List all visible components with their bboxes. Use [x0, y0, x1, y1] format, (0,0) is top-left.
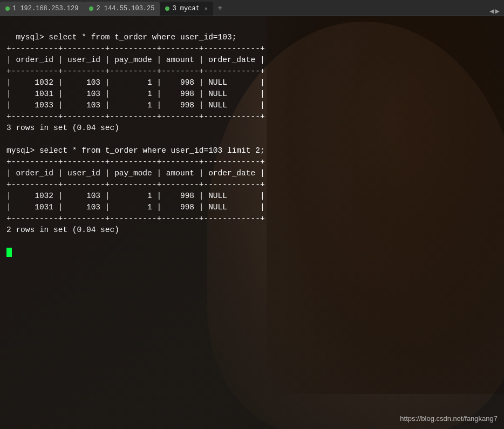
- terminal-cursor: [6, 248, 12, 257]
- tab-bar: 1 192.168.253.129 2 144.55.103.25 3 myca…: [0, 0, 504, 16]
- tab-2-label: 2 144.55.103.25: [96, 5, 154, 12]
- tab-3-label: 3 mycat: [172, 5, 199, 12]
- terminal-line-2: +----------+---------+----------+-------…: [6, 44, 265, 53]
- tab-1-indicator: [5, 6, 10, 11]
- terminal-content[interactable]: mysql> select * from t_order where user_…: [0, 16, 504, 263]
- tab-3-close[interactable]: ✕: [205, 5, 208, 12]
- terminal-line-15: | 1032 | 103 | 1 | 998 | NULL |: [6, 192, 265, 200]
- terminal-line-7: | 1033 | 103 | 1 | 998 | NULL |: [6, 101, 265, 110]
- tab-3[interactable]: 3 mycat ✕: [160, 2, 213, 16]
- terminal-line-16: | 1031 | 103 | 1 | 998 | NULL |: [6, 203, 265, 212]
- terminal-line-13: | order_id | user_id | pay_mode | amount…: [6, 169, 265, 178]
- tab-1[interactable]: 1 192.168.253.129: [0, 2, 84, 16]
- terminal-line-17: +----------+---------+----------+-------…: [6, 214, 265, 223]
- tab-new[interactable]: +: [213, 2, 227, 16]
- terminal-line-12: +----------+---------+----------+-------…: [6, 158, 265, 166]
- watermark: https://blog.csdn.net/fangkang7: [400, 414, 498, 423]
- terminal-line-3: | order_id | user_id | pay_mode | amount…: [6, 56, 265, 64]
- terminal-line-4: +----------+---------+----------+-------…: [6, 67, 265, 76]
- watermark-text: https://blog.csdn.net/fangkang7: [400, 414, 498, 423]
- tab-1-label: 1 192.168.253.129: [12, 5, 78, 12]
- terminal-line-11: mysql> select * from t_order where user_…: [6, 146, 265, 155]
- terminal-line-1: mysql> select * from t_order where user_…: [16, 33, 236, 42]
- terminal-line-9: 3 rows in set (0.04 sec): [6, 124, 119, 132]
- terminal-line-8: +----------+---------+----------+-------…: [6, 112, 265, 121]
- terminal-line-14: +----------+---------+----------+-------…: [6, 180, 265, 189]
- terminal-line-6: | 1031 | 103 | 1 | 998 | NULL |: [6, 90, 265, 98]
- tab-2-indicator: [89, 6, 93, 11]
- terminal-line-5: | 1032 | 103 | 1 | 998 | NULL |: [6, 78, 265, 87]
- terminal-line-18: 2 rows in set (0.04 sec): [6, 226, 119, 234]
- tab-2[interactable]: 2 144.55.103.25: [84, 2, 160, 16]
- tab-3-indicator: [165, 6, 169, 11]
- nav-arrows: ◀ ▶: [489, 6, 504, 16]
- nav-left-arrow[interactable]: ◀: [489, 6, 494, 16]
- nav-right-arrow[interactable]: ▶: [495, 6, 500, 16]
